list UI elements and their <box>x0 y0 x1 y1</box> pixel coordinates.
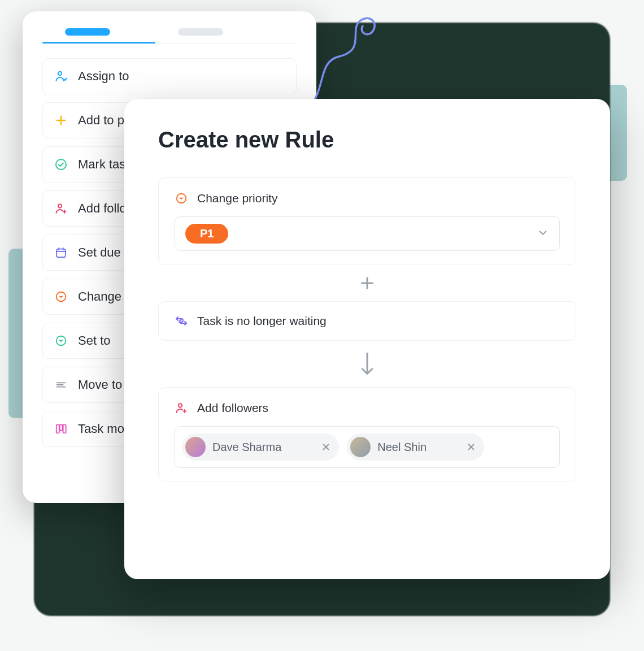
rule-header-label: Change priority <box>197 192 277 205</box>
rule-header: Change priority <box>175 192 560 205</box>
remove-follower-icon[interactable] <box>321 442 331 452</box>
flow-arrow-icon <box>158 341 576 387</box>
move-icon <box>54 378 68 392</box>
svg-rect-3 <box>56 249 66 258</box>
rule-change-priority-card: Change priority P1 <box>158 177 576 265</box>
assign-person-icon <box>54 70 68 83</box>
svg-rect-6 <box>56 425 59 433</box>
svg-point-2 <box>58 204 62 207</box>
follower-chip: Dave Sharma <box>182 433 339 461</box>
svg-rect-8 <box>63 425 66 433</box>
plus-icon <box>54 114 68 127</box>
set-to-icon <box>54 334 68 348</box>
follower-name: Neel Shin <box>377 441 427 454</box>
svg-point-1 <box>56 159 66 170</box>
tab-bar <box>42 28 297 44</box>
remove-follower-icon[interactable] <box>466 442 476 452</box>
action-label: Move to <box>78 377 122 392</box>
add-step-button[interactable] <box>158 265 576 301</box>
add-person-icon <box>54 202 68 215</box>
rule-add-followers-card: Add followers Dave Sharma Neel Shin <box>158 387 576 482</box>
svg-point-0 <box>58 72 62 75</box>
action-label: Assign to <box>78 69 129 84</box>
calendar-icon <box>54 246 68 259</box>
follower-name: Dave Sharma <box>212 441 281 454</box>
board-icon <box>54 422 68 436</box>
add-person-icon <box>175 401 188 415</box>
tab-active[interactable] <box>65 28 110 36</box>
avatar <box>350 437 371 457</box>
tab-underline <box>42 42 155 44</box>
action-assign-to[interactable]: Assign to <box>42 58 297 94</box>
priority-down-icon <box>175 192 188 205</box>
priority-select[interactable]: P1 <box>175 216 560 251</box>
avatar <box>185 437 206 457</box>
priority-down-icon <box>54 290 68 303</box>
rule-header: Add followers <box>175 401 560 415</box>
followers-input[interactable]: Dave Sharma Neel Shin <box>175 426 560 468</box>
modal-title: Create new Rule <box>158 127 576 153</box>
action-label: Set to <box>78 333 110 348</box>
chevron-down-icon <box>537 227 549 241</box>
follower-chip: Neel Shin <box>347 433 484 461</box>
rule-add-followers-label: Add followers <box>197 401 268 415</box>
tab-inactive[interactable] <box>178 28 223 36</box>
waiting-icon <box>175 314 188 328</box>
create-rule-modal: Create new Rule Change priority P1 <box>124 99 610 579</box>
rule-waiting-label: Task is no longer waiting <box>197 314 327 328</box>
priority-chip: P1 <box>185 224 228 244</box>
svg-rect-7 <box>60 425 63 431</box>
svg-point-10 <box>179 403 182 407</box>
rule-header: Task is no longer waiting <box>175 314 560 328</box>
check-circle-icon <box>54 158 68 171</box>
rule-waiting-card[interactable]: Task is no longer waiting <box>158 301 576 341</box>
